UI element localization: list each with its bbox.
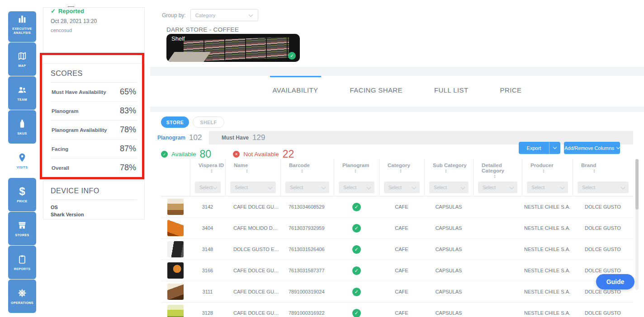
main-sidebar: EXECUTIVE ANALYSIS MAP TEAM SKUS VISITS [8, 11, 36, 317]
column-header[interactable]: Brand▲▼ [573, 159, 633, 180]
location-pin-icon [17, 152, 28, 163]
add-remove-columns-button[interactable]: Add/Remove Columns [564, 142, 620, 154]
column-header[interactable]: Barcode▲▼ [280, 159, 334, 180]
table-row[interactable]: 3128 CAFE DOLCE GUSTO ... 7891000316922 … [161, 303, 633, 317]
column-filter-select[interactable]: Select [339, 182, 374, 193]
products-table: Vispera ID▲▼ Name▲▼ Barcode▲▼ Planogram▲… [161, 159, 633, 317]
report-status-card: ✓ Reported Oct 28, 2021 13:20 cencosud [43, 7, 145, 54]
sidebar-item-visits[interactable]: VISITS [8, 144, 36, 177]
group-by-select[interactable]: Category [190, 9, 258, 21]
scrollbar-thumb[interactable] [635, 159, 639, 210]
score-row: Must Have Availability 65% [51, 83, 137, 102]
sidebar-item-map[interactable]: MAP [8, 42, 36, 76]
table-row[interactable]: 3111 CAFE DOLCE GUSTO ... 7891000319024 … [161, 281, 633, 303]
sidebar-item-price[interactable]: $ PRICE [8, 178, 36, 211]
column-header[interactable]: Planogram▲▼ [334, 159, 379, 180]
column-header[interactable]: Detailed Category▲▼ [473, 159, 522, 180]
table-scrollbar[interactable] [635, 159, 639, 290]
column-header[interactable]: Sub Category▲▼ [424, 159, 473, 180]
score-value: 78% [120, 125, 136, 135]
view-toggle-shelf[interactable]: SHELF [193, 117, 224, 128]
sort-icon: ▲▼ [399, 169, 403, 173]
bar-chart-icon [17, 14, 28, 24]
column-header[interactable]: Vispera ID▲▼ [190, 159, 225, 180]
planogram-available-check-icon: ✓ [352, 266, 361, 275]
sidebar-item-stores[interactable]: STORES [8, 212, 36, 245]
helm-icon [17, 288, 28, 298]
score-row: Planogram Availability 78% [51, 121, 137, 140]
score-row: Planogram 83% [51, 102, 137, 121]
chevron-down-icon [461, 185, 465, 190]
filter-cell-empty [161, 180, 190, 196]
chevron-down-icon [510, 185, 514, 190]
sidebar-item-label: EXECUTIVE ANALYSIS [8, 27, 36, 35]
must-have-count: 129 [252, 133, 265, 142]
sidebar-item-label: VISITS [17, 165, 28, 169]
main-content: Group by: Category DARK STORE - COFFEE S… [150, 0, 644, 317]
column-filter-select[interactable]: Select [195, 182, 221, 193]
score-label: Planogram Availability [52, 127, 107, 133]
sidebar-item-executive-analysis[interactable]: EXECUTIVE ANALYSIS [8, 11, 36, 42]
tab-bar: AVAILABILITY FACING SHARE FULL LIST PRIC… [150, 76, 644, 107]
sidebar-item-label: REPORTS [14, 267, 31, 271]
product-image [167, 305, 184, 317]
available-check-icon: ✓ [161, 151, 168, 158]
column-filter-select[interactable]: Select [527, 182, 568, 193]
subtab-planogram[interactable]: Planogram 102 [150, 131, 209, 145]
sidebar-item-skus[interactable]: SKUS [8, 110, 36, 144]
sort-icon: ▲▼ [210, 169, 214, 173]
sidebar-item-operations[interactable]: OPERATIONS [8, 280, 36, 313]
sidebar-item-team[interactable]: TEAM [8, 76, 36, 110]
chevron-down-icon [560, 185, 565, 190]
column-filter-select[interactable]: Select [578, 182, 629, 193]
column-filter-select[interactable]: Select [478, 182, 517, 193]
product-image [167, 262, 184, 279]
visit-header-panel: Group by: Category DARK STORE - COFFEE S… [150, 0, 644, 67]
guide-button[interactable]: Guide [596, 274, 635, 289]
sort-icon: ▲▼ [593, 169, 597, 173]
chevron-down-icon [268, 185, 273, 190]
sort-icon: ▲▼ [354, 169, 358, 173]
sidebar-item-label: MAP [19, 64, 26, 68]
view-toggle-store[interactable]: STORE [161, 117, 189, 128]
shelf-thumbnail[interactable]: Shelf ✓ [166, 34, 300, 62]
column-header[interactable]: Category▲▼ [379, 159, 424, 180]
report-user: cencosud [51, 28, 137, 33]
product-image [167, 220, 184, 236]
store-icon [17, 220, 28, 231]
score-label: Overall [52, 165, 69, 171]
report-status: ✓ Reported [51, 8, 137, 14]
score-value: 87% [120, 144, 136, 154]
device-os-label: OS [51, 204, 137, 210]
report-timestamp: Oct 28, 2021 13:20 [51, 18, 137, 24]
map-icon [17, 51, 28, 61]
shelf-thumbnail-label: Shelf [171, 35, 185, 42]
tab-availability[interactable]: AVAILABILITY [270, 76, 321, 107]
product-image [167, 199, 184, 215]
tab-price[interactable]: PRICE [497, 76, 525, 107]
available-count: 80 [200, 148, 212, 160]
column-header[interactable]: Name▲▼ [225, 159, 280, 180]
column-filter-select[interactable]: Select [429, 182, 469, 193]
tab-full-list[interactable]: FULL LIST [431, 76, 471, 107]
sort-icon: ▲▼ [542, 169, 546, 173]
column-filter-select[interactable]: Select [230, 182, 276, 193]
image-column-header [161, 159, 190, 180]
chevron-down-icon[interactable] [549, 147, 560, 149]
column-filter-select[interactable]: Select [285, 182, 329, 193]
score-label: Planogram [52, 108, 78, 114]
export-button[interactable]: Export [519, 142, 560, 154]
chevron-down-icon [616, 145, 620, 149]
not-available-x-icon: ✕ [233, 151, 240, 158]
tab-facing-share[interactable]: FACING SHARE [347, 76, 406, 107]
table-row[interactable]: 3142 CAFE DOLCE GUSTO ... 7613034608529 … [161, 196, 633, 218]
table-row[interactable]: 3148 DOLCE GUSTO EXPR... 7613031526406 ✓… [161, 239, 633, 260]
table-row[interactable]: 3166 CAFE DOLCE GUSTO ... 7613031587377 … [161, 260, 633, 281]
subtab-must-have[interactable]: Must Have 129 [214, 131, 272, 145]
sidebar-item-reports[interactable]: REPORTS [8, 246, 36, 279]
table-row[interactable]: 3404 CAFE MOLIDO DOLC... 7613037932959 ✓… [161, 218, 633, 239]
column-filter-select[interactable]: Select [384, 182, 420, 193]
column-header[interactable]: Producer▲▼ [522, 159, 573, 180]
table-header: Vispera ID▲▼ Name▲▼ Barcode▲▼ Planogram▲… [161, 159, 633, 196]
device-info-panel: DEVICE INFO OS Shark Version [43, 181, 145, 219]
